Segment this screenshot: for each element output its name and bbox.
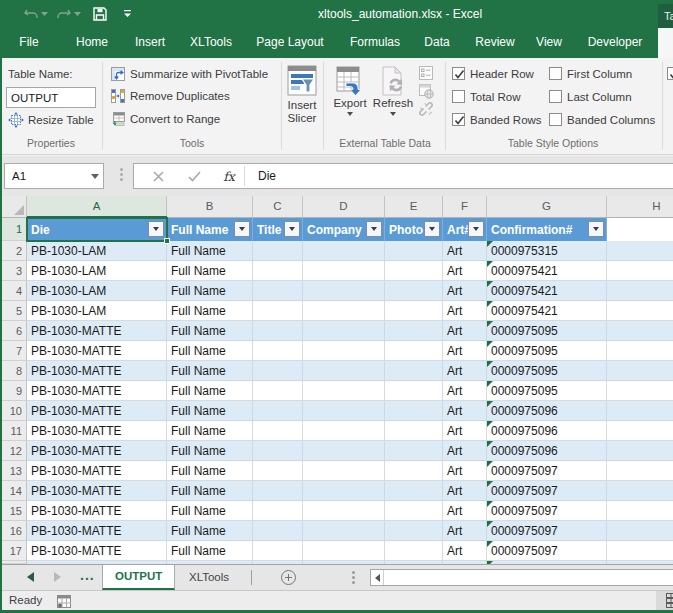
cell-D5[interactable] [303,301,385,321]
cell-C14[interactable] [253,481,303,501]
cell-G2[interactable]: 0000975315 [487,241,607,261]
cell-E16[interactable] [385,521,443,541]
cell-A15[interactable]: PB-1030-MATTE [27,501,167,521]
cell-H5[interactable] [607,301,673,321]
scroll-left-button[interactable] [371,570,384,585]
row-header-13[interactable]: 13 [0,461,27,481]
cell-E8[interactable] [385,361,443,381]
open-in-browser-button[interactable] [418,83,434,103]
cell-F12[interactable]: Art [443,441,487,461]
table-properties-button[interactable] [418,65,434,85]
cell-C7[interactable] [253,341,303,361]
cell-F13[interactable]: Art [443,461,487,481]
header-row-checkbox[interactable] [452,67,465,80]
cell-H17[interactable] [607,541,673,561]
qat-customize-button[interactable] [121,4,133,24]
save-button[interactable] [92,4,108,24]
row-header-11[interactable]: 11 [0,421,27,441]
cell-H3[interactable] [607,261,673,281]
cell-F4[interactable]: Art [443,281,487,301]
cell-A10[interactable]: PB-1030-MATTE [27,401,167,421]
cell-H4[interactable] [607,281,673,301]
cell-H14[interactable] [607,481,673,501]
cell-E1[interactable]: Photo [385,218,443,241]
column-header-B[interactable]: B [167,196,253,218]
cell-B11[interactable]: Full Name [167,421,253,441]
cell-F16[interactable]: Art [443,521,487,541]
cell-A11[interactable]: PB-1030-MATTE [27,421,167,441]
cell-B2[interactable]: Full Name [167,241,253,261]
select-all-button[interactable] [0,196,27,218]
column-header-F[interactable]: F [443,196,487,218]
cell-F17[interactable]: Art [443,541,487,561]
column-header-C[interactable]: C [253,196,303,218]
cell-E9[interactable] [385,381,443,401]
cell-C3[interactable] [253,261,303,281]
cell-F7[interactable]: Art [443,341,487,361]
filter-button-photo[interactable] [424,221,440,237]
cell-F8[interactable]: Art [443,361,487,381]
resize-table-button[interactable]: Resize Table [8,112,94,128]
ribbon-tab-developer[interactable]: Developer [588,28,643,58]
cell-F1[interactable]: Art# [443,218,487,241]
sheet-nav-left-icon[interactable] [27,572,34,582]
cell-G9[interactable]: 0000975095 [487,381,607,401]
cell-A8[interactable]: PB-1030-MATTE [27,361,167,381]
cell-E10[interactable] [385,401,443,421]
cell-H9[interactable] [607,381,673,401]
cancel-button[interactable] [141,164,175,188]
cell-C12[interactable] [253,441,303,461]
cell-E3[interactable] [385,261,443,281]
cell-H2[interactable] [607,241,673,261]
cell-H6[interactable] [607,321,673,341]
cell-B13[interactable]: Full Name [167,461,253,481]
cell-D1[interactable]: Company [303,218,385,241]
formula-input[interactable]: Die [258,164,276,188]
table-name-input[interactable] [6,87,96,108]
cell-C8[interactable] [253,361,303,381]
cell-B12[interactable]: Full Name [167,441,253,461]
cell-G12[interactable]: 0000975096 [487,441,607,461]
cell-G6[interactable]: 0000975095 [487,321,607,341]
cell-E4[interactable] [385,281,443,301]
column-header-D[interactable]: D [303,196,385,218]
cell-E12[interactable] [385,441,443,461]
cell-B5[interactable]: Full Name [167,301,253,321]
filter-button-full-name[interactable] [234,221,250,237]
cell-E15[interactable] [385,501,443,521]
cell-A16[interactable]: PB-1030-MATTE [27,521,167,541]
cell-C2[interactable] [253,241,303,261]
cell-C10[interactable] [253,401,303,421]
row-header-10[interactable]: 10 [0,401,27,421]
cell-G1[interactable]: Confirmation# [487,218,607,241]
row-header-2[interactable]: 2 [0,241,27,261]
ribbon-tab-file[interactable]: File [19,28,38,58]
enter-button[interactable] [177,164,211,188]
ribbon-tab-insert[interactable]: Insert [135,28,165,58]
cell-D15[interactable] [303,501,385,521]
cell-C5[interactable] [253,301,303,321]
cell-E17[interactable] [385,541,443,561]
filter-button-art-[interactable] [468,221,484,237]
cell-A4[interactable]: PB-1030-LAM [27,281,167,301]
insert-function-button[interactable]: fx [212,164,246,188]
unlink-button[interactable] [418,101,434,121]
cell-D11[interactable] [303,421,385,441]
ribbon-tab-review[interactable]: Review [475,28,514,58]
cell-C13[interactable] [253,461,303,481]
cell-G13[interactable]: 0000975097 [487,461,607,481]
cell-C11[interactable] [253,421,303,441]
ribbon-tab-data[interactable]: Data [424,28,449,58]
cell-H11[interactable] [607,421,673,441]
insert-slicer-button[interactable]: Insert Slicer [282,65,322,125]
ribbon-tab-xltools[interactable]: XLTools [190,28,232,58]
cell-F6[interactable]: Art [443,321,487,341]
cell-D12[interactable] [303,441,385,461]
cell-A17[interactable]: PB-1030-MATTE [27,541,167,561]
cell-D10[interactable] [303,401,385,421]
normal-view-button[interactable] [656,591,673,610]
cell-D4[interactable] [303,281,385,301]
row-header-8[interactable]: 8 [0,361,27,381]
cell-C17[interactable] [253,541,303,561]
row-header-3[interactable]: 3 [0,261,27,281]
